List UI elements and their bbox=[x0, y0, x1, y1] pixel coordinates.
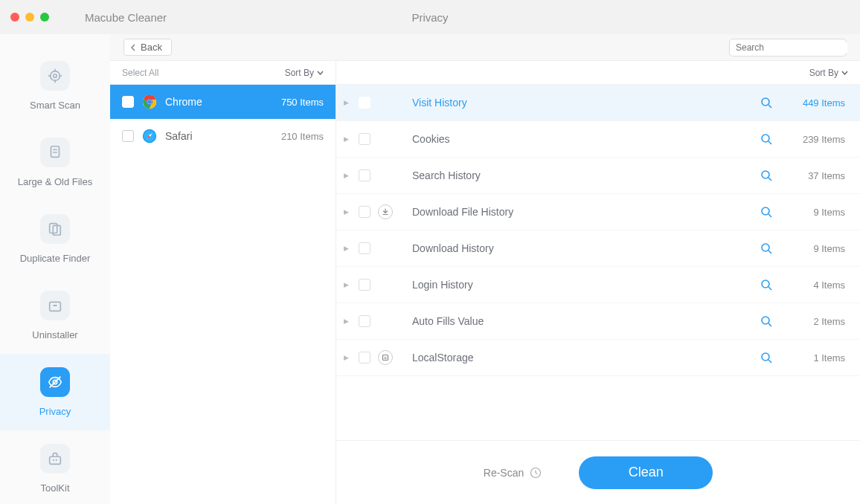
browser-count: 750 Items bbox=[281, 97, 324, 108]
sort-by-details[interactable]: Sort By bbox=[809, 68, 848, 78]
detail-name: Download File History bbox=[412, 206, 753, 218]
sidebar-item-uninstaller[interactable]: Uninstaller bbox=[0, 277, 110, 354]
detail-row[interactable]: ▶Login History4 Items bbox=[336, 267, 860, 303]
detail-checkbox[interactable] bbox=[359, 242, 370, 254]
detail-row[interactable]: ▶Download History9 Items bbox=[336, 230, 860, 267]
duplicate-icon bbox=[40, 214, 70, 244]
svg-point-28 bbox=[762, 135, 769, 142]
search-icon bbox=[760, 133, 772, 145]
detail-name: Search History bbox=[412, 169, 753, 181]
svg-point-26 bbox=[762, 98, 769, 106]
detail-count: 9 Items bbox=[793, 243, 845, 254]
sort-by-browsers[interactable]: Sort By bbox=[285, 68, 324, 78]
titlebar: Macube Cleaner Privacy bbox=[0, 0, 860, 34]
expand-caret-icon[interactable]: ▶ bbox=[344, 281, 351, 288]
svg-point-16 bbox=[53, 459, 54, 461]
browser-row-chrome[interactable]: Chrome750 Items bbox=[110, 85, 336, 119]
detail-checkbox[interactable] bbox=[359, 97, 370, 109]
detail-checkbox[interactable] bbox=[359, 169, 370, 181]
browser-checkbox[interactable] bbox=[122, 130, 134, 142]
detail-checkbox[interactable] bbox=[359, 352, 370, 364]
search-icon bbox=[760, 97, 772, 109]
eye-off-icon bbox=[40, 367, 70, 397]
svg-point-1 bbox=[54, 74, 57, 78]
detail-row[interactable]: ▶Auto Fills Value2 Items bbox=[336, 303, 860, 340]
expand-caret-icon[interactable]: ▶ bbox=[344, 99, 351, 106]
svg-line-31 bbox=[768, 178, 771, 181]
expand-caret-icon[interactable]: ▶ bbox=[344, 317, 351, 325]
sidebar-item-duplicate-finder[interactable]: Duplicate Finder bbox=[0, 201, 110, 277]
detail-checkbox[interactable] bbox=[359, 133, 370, 145]
rescan-button[interactable]: Re-Scan bbox=[484, 467, 542, 479]
search-icon bbox=[760, 315, 772, 327]
inspect-button[interactable] bbox=[760, 97, 772, 109]
search-icon bbox=[760, 352, 772, 364]
minimize-window-button[interactable] bbox=[25, 13, 34, 22]
browser-row-safari[interactable]: Safari210 Items bbox=[110, 119, 336, 153]
detail-name: Visit History bbox=[412, 97, 753, 109]
detail-name: Auto Fills Value bbox=[412, 315, 753, 327]
topbar: Back bbox=[110, 34, 860, 61]
sidebar-item-toolkit[interactable]: ToolKit bbox=[0, 430, 110, 504]
detail-checkbox[interactable] bbox=[359, 279, 370, 291]
inspect-button[interactable] bbox=[760, 352, 772, 364]
sidebar-item-privacy[interactable]: Privacy bbox=[0, 354, 110, 430]
chevron-down-icon bbox=[317, 71, 324, 75]
detail-row[interactable]: ▶Cookies239 Items bbox=[336, 121, 860, 158]
detail-row[interactable]: ▶LocalStorage1 Items bbox=[336, 340, 860, 376]
svg-point-17 bbox=[56, 459, 57, 461]
select-all-label[interactable]: Select All bbox=[122, 68, 158, 78]
detail-checkbox[interactable] bbox=[359, 206, 370, 218]
expand-caret-icon[interactable]: ▶ bbox=[344, 245, 351, 252]
svg-line-42 bbox=[768, 360, 771, 363]
back-label: Back bbox=[141, 42, 162, 53]
maximize-window-button[interactable] bbox=[40, 13, 49, 22]
search-box[interactable] bbox=[729, 39, 847, 56]
details-pane: Sort By ▶Visit History449 Items▶Cookies2… bbox=[336, 61, 860, 504]
svg-rect-11 bbox=[50, 302, 61, 311]
inspect-button[interactable] bbox=[760, 279, 772, 291]
sidebar-item-label: Large & Old Files bbox=[18, 176, 92, 187]
inspect-button[interactable] bbox=[760, 133, 772, 145]
inspect-button[interactable] bbox=[760, 169, 772, 181]
svg-rect-6 bbox=[51, 146, 60, 158]
chevron-left-icon bbox=[130, 44, 136, 51]
detail-count: 239 Items bbox=[793, 134, 845, 145]
back-button[interactable]: Back bbox=[123, 39, 172, 56]
svg-point-23 bbox=[147, 100, 152, 104]
detail-checkbox[interactable] bbox=[359, 315, 370, 327]
detail-count: 37 Items bbox=[793, 170, 845, 181]
svg-line-33 bbox=[768, 214, 771, 217]
inspect-button[interactable] bbox=[760, 242, 772, 254]
detail-row[interactable]: ▶Visit History449 Items bbox=[336, 85, 860, 121]
app-title: Macube Cleaner bbox=[85, 11, 167, 24]
expand-caret-icon[interactable]: ▶ bbox=[344, 208, 351, 216]
sidebar-item-label: ToolKit bbox=[40, 482, 69, 494]
browsers-list-header: Select All Sort By bbox=[110, 61, 336, 85]
expand-caret-icon[interactable]: ▶ bbox=[344, 354, 351, 361]
inspect-button[interactable] bbox=[760, 315, 772, 327]
browser-checkbox[interactable] bbox=[122, 96, 134, 108]
clean-button[interactable]: Clean bbox=[579, 456, 713, 489]
detail-row[interactable]: ▶Search History37 Items bbox=[336, 158, 860, 194]
browsers-pane: Select All Sort By Chrome750 ItemsSafari… bbox=[110, 61, 336, 504]
expand-caret-icon[interactable]: ▶ bbox=[344, 172, 351, 179]
search-icon bbox=[760, 279, 772, 291]
page-title: Privacy bbox=[411, 11, 448, 24]
expand-caret-icon[interactable]: ▶ bbox=[344, 135, 351, 143]
clock-icon bbox=[530, 467, 542, 479]
inspect-button[interactable] bbox=[760, 206, 772, 218]
browser-name: Safari bbox=[165, 130, 274, 142]
search-icon bbox=[760, 206, 772, 218]
safari-icon bbox=[141, 128, 158, 144]
sidebar-item-label: Duplicate Finder bbox=[20, 253, 91, 264]
detail-name: Download History bbox=[412, 242, 753, 254]
close-window-button[interactable] bbox=[10, 13, 19, 22]
search-input[interactable] bbox=[736, 42, 847, 53]
sidebar-item-smart-scan[interactable]: Smart Scan bbox=[0, 48, 110, 124]
svg-point-38 bbox=[762, 317, 769, 324]
sidebar-item-label: Privacy bbox=[39, 406, 71, 417]
detail-row[interactable]: ▶Download File History9 Items bbox=[336, 194, 860, 230]
sidebar-item-large-old-files[interactable]: Large & Old Files bbox=[0, 124, 110, 201]
svg-point-36 bbox=[762, 280, 769, 288]
